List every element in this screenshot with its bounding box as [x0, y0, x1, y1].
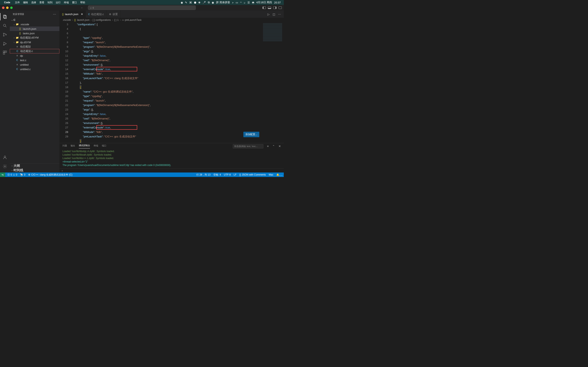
panel-tab-0[interactable]: 问题	[62, 144, 67, 149]
activity-explorer[interactable]	[0, 12, 10, 21]
json-icon: {}	[74, 18, 76, 21]
siri-icon[interactable]: ◓	[252, 1, 254, 4]
tree-item--vscode[interactable]: ⌄📁.vscode	[10, 22, 60, 26]
tree-item-untitled[interactable]: ≡untitled	[10, 62, 60, 67]
nav-back-icon[interactable]: ←	[81, 6, 84, 9]
fan-icon[interactable]: ❋	[198, 1, 200, 4]
panel-settings-icon[interactable]: ≡	[267, 145, 269, 148]
menu-window[interactable]: 窗口	[72, 1, 77, 4]
menu-go[interactable]: 转到	[48, 1, 52, 4]
sidebar-outline[interactable]: › 大纲	[10, 164, 60, 168]
chevron-right-icon: ›	[11, 169, 13, 171]
tree-item-launch-json[interactable]: {}launch.json	[10, 26, 60, 31]
customize-layout-icon[interactable]	[278, 7, 282, 9]
tree-item-dp-dSYM[interactable]: ›📁dp.dSYM	[10, 40, 60, 44]
activity-search[interactable]	[0, 21, 10, 30]
tab-launch-json[interactable]: {}launch.json✕	[60, 11, 86, 18]
tree-item-dp[interactable]: ≡dp	[10, 53, 60, 58]
display-icon[interactable]: ⧉	[208, 1, 210, 4]
status-bar: ⇋ ⓧ 0 ⚠ 0 📡 0 ⚙ C/C++: clang 生成和调试活动文件 (…	[0, 173, 284, 177]
ime-icon[interactable]: 拼简体拼音	[216, 1, 230, 4]
tree-item-动态规划-dSYM[interactable]: ›📁动态规划.dSYM	[10, 35, 60, 40]
activity-account[interactable]	[0, 153, 10, 162]
editor-tabs: {}launch.json✕C动态规划.c⚙设置 ▷ ◫ ⋯	[60, 11, 284, 18]
titlebar: ← → ⌕ c	[0, 5, 284, 11]
maximize-window[interactable]	[10, 7, 13, 9]
tab-动态规划-c[interactable]: C动态规划.c	[86, 11, 107, 18]
menu-view[interactable]: 查看	[39, 1, 44, 4]
debug-console-output[interactable]: Loaded '/usr/lib/libobjc.A.dylib'. Symbo…	[60, 149, 284, 168]
panel-tab-3[interactable]: 终端	[94, 144, 98, 149]
brush-icon[interactable]: ✎	[185, 1, 187, 4]
toggle-secondary-sidebar-icon[interactable]	[273, 7, 277, 9]
spotlight-icon[interactable]: ⌕	[244, 1, 245, 4]
sidebar-timeline[interactable]: › 时间线	[10, 168, 60, 173]
sidebar-header: 资源管理器 ⋯	[10, 11, 60, 17]
wechat-icon[interactable]: ◉	[181, 1, 183, 4]
status-build-task[interactable]: ⚙ C/C++: clang 生成和调试活动文件 (C)	[28, 173, 72, 176]
chevron-right-icon: ›	[11, 165, 13, 167]
split-editor-icon[interactable]: ◫	[273, 13, 275, 16]
activity-source-control[interactable]	[0, 30, 10, 39]
tree-item-动态规划-c[interactable]: C动态规划.c	[10, 49, 60, 53]
close-window[interactable]	[2, 7, 4, 9]
search-icon: ⌕	[90, 7, 92, 9]
tree-item-untitled-c[interactable]: Cuntitled.c	[10, 67, 60, 71]
tab-设置[interactable]: ⚙设置	[107, 11, 121, 18]
status-indent[interactable]: 空格: 4	[213, 173, 221, 176]
activity-extensions[interactable]	[0, 48, 10, 57]
code-editor[interactable]: 3467891011121314151617181920212223242526…	[60, 22, 284, 143]
run-icon[interactable]: ▷	[268, 13, 270, 16]
panel-tab-4[interactable]: 端口	[102, 144, 106, 149]
breadcrumb[interactable]: .vscode› {}launch.json› [ ] configuratio…	[60, 18, 284, 22]
add-configuration-button[interactable]: 添加配置...	[243, 132, 259, 137]
menubar-time[interactable]: 20:37	[274, 1, 281, 4]
panel-tab-1[interactable]: 输出	[71, 144, 75, 149]
menu-edit[interactable]: 编辑	[23, 1, 28, 4]
record-icon[interactable]: ◉	[212, 1, 214, 4]
menu-file[interactable]: 文件	[15, 1, 20, 4]
activity-run-debug[interactable]	[0, 39, 10, 48]
status-language[interactable]: {} JSON with Comments	[239, 173, 266, 176]
close-icon[interactable]: ✕	[81, 13, 83, 16]
status-eol[interactable]: LF	[233, 173, 236, 176]
remote-indicator[interactable]: ⇋	[0, 173, 5, 177]
debug-console-input[interactable]: ›	[60, 168, 284, 173]
menu-run[interactable]: 运行	[56, 1, 61, 4]
battery-icon[interactable]: ▭	[236, 1, 238, 4]
svg-rect-10	[5, 51, 7, 52]
panel-close-icon[interactable]: ✕	[278, 145, 281, 148]
control-center-icon[interactable]: ☰	[247, 1, 250, 4]
more-actions-icon[interactable]: ⋯	[278, 13, 281, 16]
orbit-icon[interactable]: ⌘	[189, 1, 192, 4]
panel-collapse-icon[interactable]: ⌃	[272, 145, 275, 148]
status-errors[interactable]: ⓧ 0 ⚠ 0	[7, 173, 17, 176]
minimize-window[interactable]	[6, 7, 9, 9]
toggle-panel-icon[interactable]	[268, 7, 271, 9]
status-radio[interactable]: 📡 0	[20, 173, 25, 176]
sidebar-more-icon[interactable]: ⋯	[53, 12, 57, 16]
status-cursor-pos[interactable]: 行 28，列 13	[196, 173, 210, 176]
menubar-date[interactable]: 4月18日 周四	[256, 1, 272, 4]
property-icon: ▭	[122, 18, 124, 21]
menu-select[interactable]: 选择	[31, 1, 36, 4]
mic-mute-icon[interactable]: 🎤	[203, 1, 206, 4]
bluetooth-icon[interactable]: ᚛	[232, 1, 233, 4]
menu-help[interactable]: 帮助	[80, 1, 85, 4]
debug-filter-input[interactable]: 筛选器(例如 text, !exc...	[233, 144, 263, 149]
command-center[interactable]: ⌕ c	[88, 6, 196, 10]
cube-icon[interactable]: ⬢	[194, 1, 196, 4]
app-name[interactable]: Code	[4, 1, 10, 4]
tree-item-动态规划[interactable]: ≡动态规划	[10, 44, 60, 49]
tree-root[interactable]: ⌄ C	[10, 17, 60, 22]
svg-point-4	[3, 33, 4, 34]
toggle-primary-sidebar-icon[interactable]	[263, 7, 266, 9]
wifi-icon[interactable]: ⌔	[240, 1, 242, 4]
status-os[interactable]: Mac	[269, 173, 273, 176]
menu-terminal[interactable]: 终端	[64, 1, 69, 4]
panel-tab-2[interactable]: 调试控制台	[79, 144, 90, 149]
tree-item-test-c[interactable]: Ctest.c	[10, 58, 60, 62]
tree-item-tasks-json[interactable]: {}tasks.json	[10, 31, 60, 35]
activity-settings[interactable]	[0, 162, 10, 171]
status-encoding[interactable]: UTF-8	[224, 173, 231, 176]
